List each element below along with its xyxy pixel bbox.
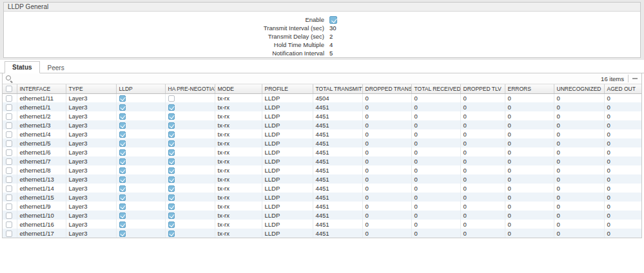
col-header-ha-pre-negotiation[interactable]: HA PRE-NEGOTIATION	[165, 84, 215, 93]
cell-ha-pre-negotiation	[165, 184, 215, 193]
tab-peers[interactable]: Peers	[40, 62, 72, 73]
lldp-checkbox[interactable]	[119, 167, 126, 174]
table-row[interactable]: ethernet1/4 Layer3 tx-rx LLDP 4451 0 0 0…	[3, 129, 641, 138]
col-header-mode[interactable]: MODE	[215, 84, 262, 93]
col-header-total-transmitted[interactable]: TOTAL TRANSMITTED	[313, 84, 362, 93]
table-row[interactable]: ethernet1/2 Layer3 tx-rx LLDP 4451 0 0 0…	[3, 111, 641, 120]
select-all-checkbox[interactable]	[6, 86, 12, 92]
ha-pre-negotiation-checkbox[interactable]	[168, 104, 175, 111]
filter-input[interactable]	[13, 73, 601, 84]
row-select-checkbox[interactable]	[6, 140, 12, 147]
table-row[interactable]: ethernet1/13 Layer3 tx-rx LLDP 4451 0 0 …	[3, 174, 641, 184]
cell-interface: ethernet1/14	[17, 184, 66, 193]
ha-pre-negotiation-checkbox[interactable]	[168, 140, 175, 147]
col-header-dropped-transmit[interactable]: DROPPED TRANSMIT	[362, 84, 411, 93]
lldp-checkbox[interactable]	[119, 104, 126, 111]
col-header-type[interactable]: TYPE	[66, 84, 116, 93]
row-select-checkbox[interactable]	[6, 231, 12, 237]
row-select-checkbox[interactable]	[6, 212, 12, 219]
row-select-checkbox[interactable]	[6, 158, 12, 165]
lldp-checkbox[interactable]	[119, 158, 126, 165]
lldp-checkbox[interactable]	[119, 122, 126, 129]
ha-pre-negotiation-checkbox[interactable]	[168, 149, 175, 156]
row-select-checkbox[interactable]	[6, 194, 12, 201]
lldp-checkbox[interactable]	[119, 95, 126, 102]
ha-pre-negotiation-checkbox[interactable]	[168, 185, 175, 192]
table-row[interactable]: ethernet1/3 Layer3 tx-rx LLDP 4451 0 0 0…	[3, 120, 641, 129]
cell-unrecognized: 0	[554, 211, 604, 220]
row-select-checkbox[interactable]	[6, 221, 12, 228]
table-row[interactable]: ethernet1/6 Layer3 tx-rx LLDP 4451 0 0 0…	[3, 147, 641, 156]
cell-dropped-transmit: 0	[362, 120, 411, 129]
row-select-checkbox[interactable]	[6, 95, 12, 102]
table-row[interactable]: ethernet1/9 Layer3 tx-rx LLDP 4451 0 0 0…	[3, 202, 641, 211]
col-header-unrecognized[interactable]: UNRECOGNIZED	[554, 84, 604, 93]
lldp-checkbox[interactable]	[119, 221, 126, 228]
row-select-checkbox[interactable]	[6, 149, 12, 156]
ha-pre-negotiation-checkbox[interactable]	[168, 167, 175, 174]
col-header-select[interactable]	[3, 84, 17, 93]
col-header-aged-out[interactable]: AGED OUT	[604, 84, 641, 93]
table-row[interactable]: ethernet1/14 Layer3 tx-rx LLDP 4451 0 0 …	[3, 184, 641, 193]
col-header-total-received[interactable]: TOTAL RECEIVED	[411, 84, 460, 93]
ha-pre-negotiation-checkbox[interactable]	[168, 231, 175, 237]
collapse-icon[interactable]	[632, 78, 638, 79]
lldp-checkbox[interactable]	[119, 194, 126, 201]
cell-lldp	[116, 120, 165, 129]
table-row[interactable]: ethernet1/5 Layer3 tx-rx LLDP 4451 0 0 0…	[3, 138, 641, 147]
ha-pre-negotiation-checkbox[interactable]	[168, 95, 175, 102]
row-select-checkbox[interactable]	[6, 176, 12, 183]
ha-pre-negotiation-checkbox[interactable]	[168, 122, 175, 129]
col-header-profile[interactable]: PROFILE	[262, 84, 313, 93]
row-select-checkbox[interactable]	[6, 131, 12, 138]
lldp-checkbox[interactable]	[119, 113, 126, 120]
ha-pre-negotiation-checkbox[interactable]	[168, 203, 175, 210]
lldp-checkbox[interactable]	[119, 212, 126, 219]
cell-total-received: 0	[411, 229, 460, 238]
ha-pre-negotiation-checkbox[interactable]	[168, 113, 175, 120]
lldp-checkbox[interactable]	[119, 131, 126, 138]
table-row[interactable]: ethernet1/1 Layer3 tx-rx LLDP 4451 0 0 0…	[3, 102, 641, 111]
tab-status[interactable]: Status	[5, 61, 40, 73]
table-row[interactable]: ethernet1/17 Layer3 tx-rx LLDP 4451 0 0 …	[3, 229, 641, 238]
col-header-lldp[interactable]: LLDP	[116, 84, 165, 93]
col-header-dropped-tlv[interactable]: DROPPED TLV	[460, 84, 505, 93]
ha-pre-negotiation-checkbox[interactable]	[168, 221, 175, 228]
ha-pre-negotiation-checkbox[interactable]	[168, 158, 175, 165]
cell-type: Layer3	[66, 102, 116, 111]
table-row[interactable]: ethernet1/16 Layer3 tx-rx LLDP 4451 0 0 …	[3, 220, 641, 229]
cell-type: Layer3	[66, 165, 116, 174]
row-select-checkbox[interactable]	[6, 203, 12, 210]
col-header-errors[interactable]: ERRORS	[505, 84, 554, 93]
lldp-checkbox[interactable]	[119, 185, 126, 192]
ha-pre-negotiation-checkbox[interactable]	[168, 131, 175, 138]
cell-total-transmitted: 4451	[313, 156, 362, 165]
table-row[interactable]: ethernet1/8 Layer3 tx-rx LLDP 4451 0 0 0…	[3, 165, 641, 174]
row-select-checkbox[interactable]	[6, 122, 12, 129]
row-select-checkbox[interactable]	[6, 104, 12, 111]
cell-errors: 0	[505, 129, 554, 138]
table-row[interactable]: ethernet1/7 Layer3 tx-rx LLDP 4451 0 0 0…	[3, 156, 641, 165]
lldp-checkbox[interactable]	[119, 149, 126, 156]
table-row[interactable]: ethernet1/11 Layer3 tx-rx LLDP 4504 0 0 …	[3, 93, 641, 102]
cell-aged-out: 0	[604, 165, 641, 174]
table-row[interactable]: ethernet1/15 Layer3 tx-rx LLDP 4451 0 0 …	[3, 193, 641, 202]
enable-checkbox[interactable]	[329, 16, 337, 24]
cell-ha-pre-negotiation	[165, 93, 215, 102]
row-select-checkbox[interactable]	[6, 185, 12, 192]
ha-pre-negotiation-checkbox[interactable]	[168, 176, 175, 183]
row-select-checkbox[interactable]	[6, 167, 12, 174]
lldp-checkbox[interactable]	[119, 231, 126, 237]
ha-pre-negotiation-checkbox[interactable]	[168, 194, 175, 201]
search-icon[interactable]	[5, 75, 13, 82]
ha-pre-negotiation-checkbox[interactable]	[168, 212, 175, 219]
row-select-checkbox[interactable]	[6, 113, 12, 120]
lldp-checkbox[interactable]	[119, 203, 126, 210]
cell-dropped-tlv: 0	[460, 138, 505, 147]
lldp-checkbox[interactable]	[119, 140, 126, 147]
lldp-checkbox[interactable]	[119, 176, 126, 183]
table-row[interactable]: ethernet1/10 Layer3 tx-rx LLDP 4451 0 0 …	[3, 211, 641, 220]
col-header-interface[interactable]: INTERFACE	[17, 84, 66, 93]
cell-lldp	[116, 102, 165, 111]
cell-total-received: 0	[411, 129, 460, 138]
